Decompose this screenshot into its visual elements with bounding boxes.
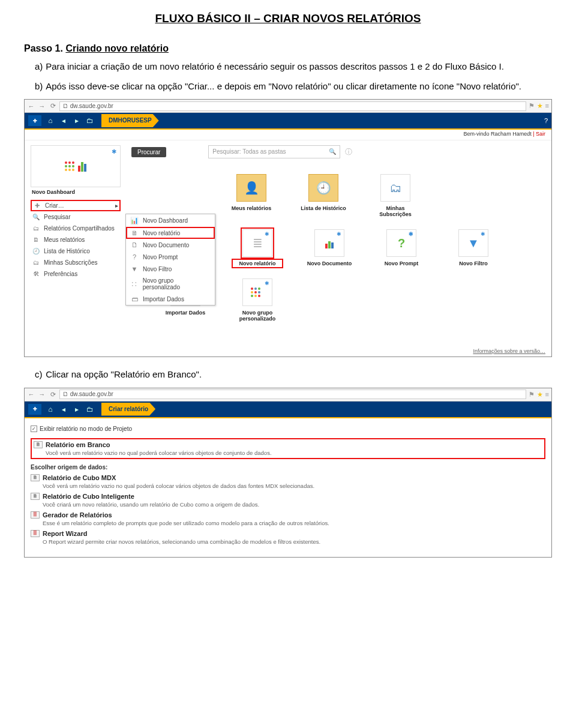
folder-icon[interactable]: 🗀 — [86, 116, 94, 125]
search-icon: 🔍 — [32, 214, 40, 220]
address-bar[interactable]: 🗋 dw.saude.gov.br — [59, 101, 526, 111]
breadcrumb[interactable]: DMHORUSESP — [101, 114, 159, 127]
search-icon[interactable]: 🔍 — [329, 146, 336, 158]
sidebar-item-subscricoes[interactable]: 🗂 Minhas Subscrições — [31, 257, 121, 268]
dropdown-novo-dashboard[interactable]: 📊 Novo Dashboard — [126, 214, 215, 227]
reload-icon[interactable]: ⟳ — [49, 102, 57, 110]
prompt-icon: ?✱ — [386, 229, 416, 257]
sidebar-item-criar[interactable]: ✚ Criar… ▸ — [31, 200, 121, 211]
option-report-wizard[interactable]: ≣ Report Wizard O Report wizard permite … — [31, 530, 545, 545]
version-link[interactable]: Informações sobre a versão… — [473, 348, 545, 354]
clock-icon: 🕘 — [32, 248, 40, 254]
procurar-button[interactable]: Procurar — [131, 147, 166, 157]
import-icon: 🗃 — [130, 295, 139, 302]
sidebar-item-relatorios-compartilhados[interactable]: 🗂 Relatórios Compartilhados — [31, 223, 121, 234]
address-bar[interactable]: 🗋 dw.saude.gov.br — [59, 390, 526, 399]
dropdown-novo-grupo[interactable]: ⸬ Novo grupo personalizado — [126, 275, 215, 293]
dropdown-novo-prompt[interactable]: ? Novo Prompt — [126, 251, 215, 263]
mdx-icon: 🗎 — [31, 474, 40, 481]
folder-icon[interactable]: 🗀 — [86, 405, 94, 414]
menu-icon[interactable]: ≡ — [545, 391, 549, 399]
breadcrumb[interactable]: Criar relatório — [101, 403, 155, 416]
dropdown-novo-documento[interactable]: 🗋 Novo Documento — [126, 239, 215, 251]
sidebar-item-preferencias[interactable]: 🛠 Preferências — [31, 268, 121, 280]
dots-icon — [65, 161, 74, 171]
tile-novo-prompt[interactable]: ?✱ Novo Prompt — [377, 229, 425, 266]
tile-novo-relatorio[interactable]: ≣✱ Novo relatório — [233, 229, 281, 266]
tile-lista-historico[interactable]: 🕘 Lista de Histórico — [299, 174, 347, 217]
report-icon: ≣✱ — [242, 229, 272, 257]
nav-back-icon[interactable]: ◂ — [59, 405, 68, 414]
document-chart-icon: ✱ — [314, 229, 344, 257]
nav-fwd-icon[interactable]: ▸ — [73, 405, 81, 414]
tile-novo-documento[interactable]: ✱ Novo Documento — [305, 229, 353, 266]
reload-icon[interactable]: ⟳ — [49, 391, 57, 399]
sidebar-item-meus-relatorios[interactable]: 🗎 Meus relatórios — [31, 234, 121, 245]
info-icon[interactable]: ⓘ — [345, 147, 352, 157]
user-bar: Bem-vindo Racham Hamedt | Sair — [25, 130, 551, 140]
dropdown-importar-dados[interactable]: 🗃 Importar Dados — [126, 293, 215, 305]
back-icon[interactable]: ← — [27, 103, 35, 110]
search-placeholder: Pesquisar: Todas as pastas — [212, 146, 286, 158]
menu-icon[interactable]: ≡ — [545, 102, 549, 110]
exibir-projeto-checkbox[interactable]: ✓ Exibir relatório no modo de Projeto — [31, 426, 545, 432]
list-content: Clicar na opção "Relatório em Branco". — [43, 368, 535, 382]
dropdown-novo-filtro[interactable]: ▼ Novo Filtro — [126, 263, 215, 275]
checkbox-icon: ✓ — [31, 426, 37, 432]
nav-back-icon[interactable]: ◂ — [59, 116, 68, 125]
option-cubo-mdx[interactable]: 🗎 Relatório de Cubo MDX Você verá um rel… — [31, 474, 545, 489]
novo-dashboard-tile[interactable]: ✱ — [31, 145, 121, 187]
tile-label: Importar Dados — [161, 310, 209, 316]
checkbox-label: Exibir relatório no modo de Projeto — [40, 426, 132, 432]
flag-icon[interactable]: ⚑ — [529, 391, 535, 399]
star-icon[interactable]: ★ — [537, 391, 543, 399]
sidebar-item-historico[interactable]: 🕘 Lista de Histórico — [31, 245, 121, 257]
dropdown-novo-relatorio[interactable]: 🗎 Novo relatório — [126, 227, 215, 239]
option-title: Relatório de Cubo Inteligente — [43, 493, 134, 500]
wizard-icon: ≣ — [31, 530, 40, 537]
tile-label: Novo Prompt — [377, 260, 425, 266]
tile-label: Lista de Histórico — [299, 205, 347, 211]
folder-person-icon: 👤 — [236, 174, 266, 202]
nav-fwd-icon[interactable]: ▸ — [73, 116, 81, 125]
sidebar-label: Preferências — [44, 271, 77, 277]
tile-novo-grupo[interactable]: ✱ Novo grupo personalizado — [233, 278, 281, 322]
option-desc: Esse é um relatório completo de prompts … — [43, 520, 545, 526]
help-icon[interactable]: ? — [544, 117, 548, 124]
home-icon[interactable]: ⌂ — [46, 116, 55, 125]
tile-minhas-subscricoes[interactable]: 🗂 Minhas Subscrições — [371, 174, 419, 217]
logout-link[interactable]: | Sair — [533, 131, 545, 137]
document-icon: 🗋 — [130, 241, 139, 248]
step-title: Criando novo relatório — [65, 43, 169, 53]
option-desc: Você verá um relatório vazio no qual pod… — [43, 483, 545, 489]
flag-icon[interactable]: ⚑ — [529, 102, 535, 110]
sidebar-label: Relatórios Compartilhados — [44, 225, 115, 232]
option-title: Report Wizard — [43, 530, 87, 537]
dropdown-label: Novo Documento — [143, 242, 189, 248]
option-cubo-inteligente[interactable]: 🗎 Relatório de Cubo Inteligente Você cri… — [31, 493, 545, 508]
dropdown-label: Novo Dashboard — [143, 217, 188, 224]
screenshot-create-menu: ← → ⟳ 🗋 dw.saude.gov.br ⚑ ★ ≡ ✚ ⌂ ◂ ▸ 🗀 … — [24, 99, 552, 357]
forward-icon[interactable]: → — [38, 103, 46, 110]
novo-dashboard-label: Novo Dashboard — [32, 189, 121, 195]
sidebar-item-pesquisar[interactable]: 🔍 Pesquisar — [31, 211, 121, 223]
address-text: dw.saude.gov.br — [70, 391, 113, 397]
star-icon[interactable]: ★ — [537, 102, 543, 110]
list-content: Para iniciar a criação de um novo relató… — [43, 60, 535, 74]
sus-logo: ✚ — [28, 404, 41, 415]
section-escolher-origem: Escolher origem de dados: — [31, 464, 545, 471]
tile-meus-relatorios[interactable]: 👤 Meus relatórios — [227, 174, 275, 217]
option-relatorio-branco[interactable]: 🗎 Relatório em Branco Você verá um relat… — [31, 438, 545, 459]
filter-icon: ▼ — [130, 265, 139, 272]
blank-report-icon: 🗎 — [34, 441, 43, 448]
sidebar-label: Minhas Subscrições — [44, 259, 97, 266]
forward-icon[interactable]: → — [38, 391, 46, 398]
list-item-a: a) Para iniciar a criação de um novo rel… — [24, 60, 552, 74]
search-input[interactable]: Pesquisar: Todas as pastas 🔍 — [208, 145, 340, 158]
back-icon[interactable]: ← — [27, 391, 35, 398]
home-icon[interactable]: ⌂ — [46, 405, 55, 414]
sidebar-label: Pesquisar — [44, 214, 70, 220]
tile-novo-filtro[interactable]: ▼✱ Novo Filtro — [449, 229, 497, 266]
option-gerador-relatorios[interactable]: ≣ Gerador de Relatórios Esse é um relató… — [31, 511, 545, 526]
option-title: Relatório em Branco — [46, 441, 110, 448]
